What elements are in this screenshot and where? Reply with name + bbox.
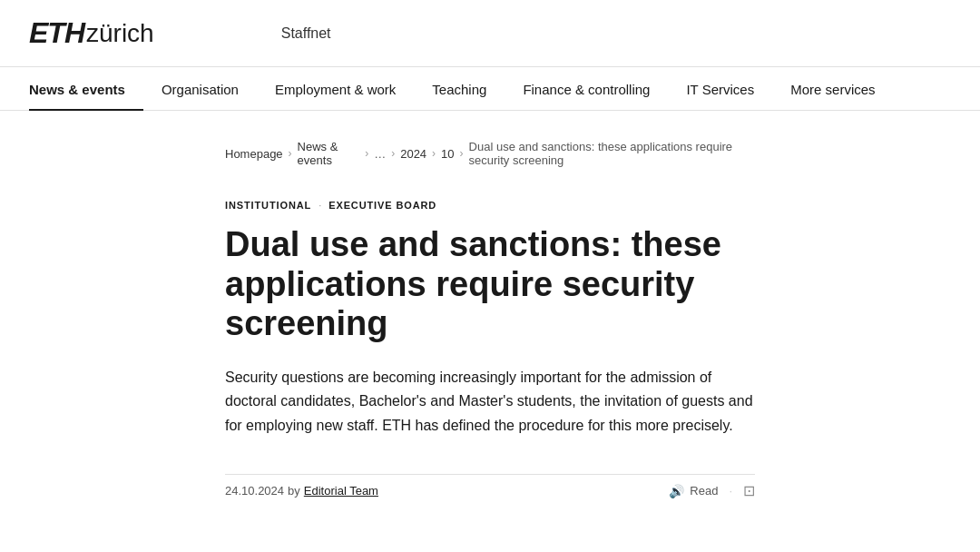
article-by: by [288,484,300,498]
header: ETH zürich Staffnet [0,0,980,67]
nav-item-employment-work[interactable]: Employment & work [257,67,414,110]
breadcrumb-ellipsis: … [374,147,386,161]
article-footer: 24.10.2024 by Editorial Team 🔊 Read · ⊡ [225,474,755,499]
breadcrumb-10[interactable]: 10 [441,147,454,161]
main-content: Homepage › News & events › … › 2024 › 10… [0,111,980,536]
eth-text: ETH [29,16,84,50]
breadcrumb: Homepage › News & events › … › 2024 › 10… [225,140,755,167]
nav-item-more-services[interactable]: More services [772,67,893,110]
tag-executive-board: EXECUTIVE BOARD [328,200,436,211]
article-actions: 🔊 Read · ⊡ [669,482,755,499]
article-tags: INSTITUTIONAL · EXECUTIVE BOARD [225,200,755,211]
article-title: Dual use and sanctions: these applicatio… [225,225,755,344]
eth-logo[interactable]: ETH zürich [29,16,154,50]
article-meta: 24.10.2024 by Editorial Team [225,484,378,498]
nav-item-finance-controlling[interactable]: Finance & controlling [505,67,668,110]
author-link[interactable]: Editorial Team [304,484,378,498]
tag-institutional: INSTITUTIONAL [225,200,311,211]
nav-item-organisation[interactable]: Organisation [143,67,257,110]
breadcrumb-news-events[interactable]: News & events [298,140,360,167]
share-icon[interactable]: ⊡ [743,482,755,499]
breadcrumb-2024[interactable]: 2024 [400,147,426,161]
breadcrumb-sep-4: › [432,147,436,160]
tag-separator: · [318,200,321,211]
breadcrumb-homepage[interactable]: Homepage [225,147,283,161]
main-nav: News & events Organisation Employment & … [0,67,980,111]
action-read[interactable]: 🔊 Read [669,484,718,498]
breadcrumb-sep-5: › [460,147,464,160]
article-body: Security questions are becoming increasi… [225,366,755,438]
nav-item-it-services[interactable]: IT Services [668,67,772,110]
staffnet-label: Staffnet [281,25,331,42]
read-icon: 🔊 [669,484,684,498]
nav-item-news-events[interactable]: News & events [29,67,143,110]
nav-list: News & events Organisation Employment & … [29,67,951,110]
nav-item-teaching[interactable]: Teaching [414,67,505,110]
breadcrumb-current: Dual use and sanctions: these applicatio… [469,140,755,167]
breadcrumb-sep-1: › [289,147,292,160]
actions-divider: · [729,484,732,498]
breadcrumb-sep-2: › [365,147,368,160]
article-date: 24.10.2024 [225,484,284,498]
zurich-text: zürich [86,19,154,48]
read-label: Read [690,484,718,498]
breadcrumb-sep-3: › [391,147,395,160]
